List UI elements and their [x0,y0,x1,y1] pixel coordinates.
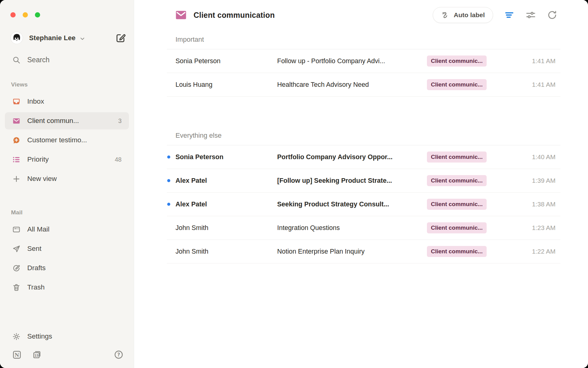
sidebar-item-sent[interactable]: Sent [5,240,129,257]
gear-icon [12,332,21,341]
email-time: 1:23 AM [504,224,560,232]
sidebar-item-trash[interactable]: Trash [5,279,129,296]
avatar [10,32,23,44]
search-button[interactable]: Search [12,56,126,64]
refresh-icon[interactable] [547,10,557,20]
all-mail-icon [12,225,21,234]
email-row[interactable]: Sonia Peterson Follow up - Portfolio Com… [167,49,560,73]
email-row[interactable]: John Smith Integration Questions Client … [167,216,560,240]
label-column: Client communic... [427,79,504,90]
sidebar-footer: N 15 ? [0,350,134,368]
email-sender: Louis Huang [175,81,277,89]
email-sender: John Smith [175,248,277,255]
email-section-important: Important Sonia Peterson Follow up - Por… [167,30,560,97]
sidebar-item-new-view[interactable]: New view [5,170,129,187]
section-title: Everything else [167,126,560,145]
sidebar-item-drafts[interactable]: Drafts [5,259,129,277]
main-panel: Client communication Auto label [134,0,588,368]
sidebar-item-count: 3 [118,117,122,125]
inbox-tray-icon [12,98,21,106]
email-list: Important Sonia Peterson Follow up - Por… [167,30,560,368]
window-controls [0,0,134,17]
sidebar-item-all-mail[interactable]: All Mail [5,221,129,238]
email-sender: Alex Patel [175,177,277,185]
label-column: Client communic... [427,199,504,210]
sidebar-item-priority[interactable]: Priority 48 [5,151,129,168]
sidebar-section-views: Views [11,81,134,88]
label-column: Client communic... [427,175,504,186]
sidebar-item-client-communication[interactable]: Client commun... 3 [5,112,129,129]
email-time: 1:39 AM [504,177,560,184]
email-row[interactable]: Louis Huang Healthcare Tech Advisory Nee… [167,73,560,97]
notion-logo-icon[interactable]: N [12,350,22,359]
account-switcher[interactable]: Stephanie Lee [10,32,126,44]
auto-label-button[interactable]: Auto label [433,7,493,23]
draft-pencil-icon [12,264,21,272]
auto-label-icon [441,11,450,19]
sidebar-item-count: 48 [115,156,122,163]
label-column: Client communic... [427,151,504,163]
email-sender: Alex Patel [175,201,277,208]
calendar-15-icon[interactable]: 15 [32,350,42,359]
trash-icon [12,283,21,292]
filter-icon[interactable] [504,10,514,20]
email-row[interactable]: Alex Patel [Follow up] Seeking Product S… [167,169,560,193]
sidebar-section-mail: Mail [11,209,134,216]
label-column: Client communic... [427,246,504,257]
email-subject: Healthcare Tech Advisory Need [277,81,427,89]
help-icon[interactable]: ? [114,350,123,359]
envelope-icon [12,117,21,125]
label-badge[interactable]: Client communic... [427,175,487,186]
label-badge[interactable]: Client communic... [427,151,487,163]
close-button[interactable] [10,12,16,17]
chat-bubble-plus-icon [12,136,21,144]
label-badge[interactable]: Client communic... [427,246,487,257]
paper-plane-icon [12,245,21,253]
sidebar-item-label: All Mail [27,225,122,233]
label-badge[interactable]: Client communic... [427,199,487,210]
email-section-everything-else: Everything else Sonia Peterson Portfolio… [167,126,560,263]
unread-gutter [167,59,175,63]
label-column: Client communic... [427,56,504,67]
email-sender: John Smith [175,224,277,232]
email-row[interactable]: Alex Patel Seeking Product Strategy Cons… [167,193,560,216]
label-badge[interactable]: Client communic... [427,56,487,67]
email-subject: Seeking Product Strategy Consult... [277,201,427,208]
user-name: Stephanie Lee [29,34,76,42]
view-header: Client communication Auto label [134,0,588,30]
email-time: 1:22 AM [504,248,560,255]
email-subject: Portfolio Company Advisory Oppor... [277,153,427,161]
view-title-group: Client communication [175,10,275,20]
email-row[interactable]: John Smith Notion Enterprise Plan Inquir… [167,240,560,263]
sidebar-item-inbox[interactable]: Inbox [5,93,129,110]
minimize-button[interactable] [23,12,28,17]
unread-gutter [167,83,175,86]
email-time: 1:40 AM [504,153,560,161]
label-column: Client communic... [427,222,504,233]
zoom-button[interactable] [35,12,40,17]
svg-text:?: ? [117,352,120,358]
label-badge[interactable]: Client communic... [427,222,487,233]
email-row[interactable]: Sonia Peterson Portfolio Company Advisor… [167,145,560,169]
unread-dot-icon [167,179,170,182]
sidebar: Stephanie Lee Search Views Inbox [0,0,134,368]
section-title: Important [167,30,560,49]
email-subject: [Follow up] Seeking Product Strate... [277,177,427,185]
sliders-icon[interactable] [526,10,536,20]
search-label: Search [27,56,50,64]
compose-button[interactable] [115,33,126,43]
sidebar-item-settings[interactable]: Settings [5,328,129,345]
sidebar-item-label: Trash [27,283,122,291]
unread-gutter [167,179,175,182]
email-time: 1:41 AM [504,57,560,65]
svg-text:15: 15 [34,354,39,357]
email-time: 1:38 AM [504,201,560,208]
unread-dot-icon [167,203,170,206]
sidebar-item-customer-testimonials[interactable]: Customer testimo... [5,132,129,149]
label-badge[interactable]: Client communic... [427,79,487,90]
unread-gutter [167,226,175,229]
sidebar-item-label: Client commun... [27,117,118,125]
sidebar-item-label: New view [27,175,122,183]
sidebar-item-label: Settings [27,332,122,340]
compose-icon [115,33,126,43]
